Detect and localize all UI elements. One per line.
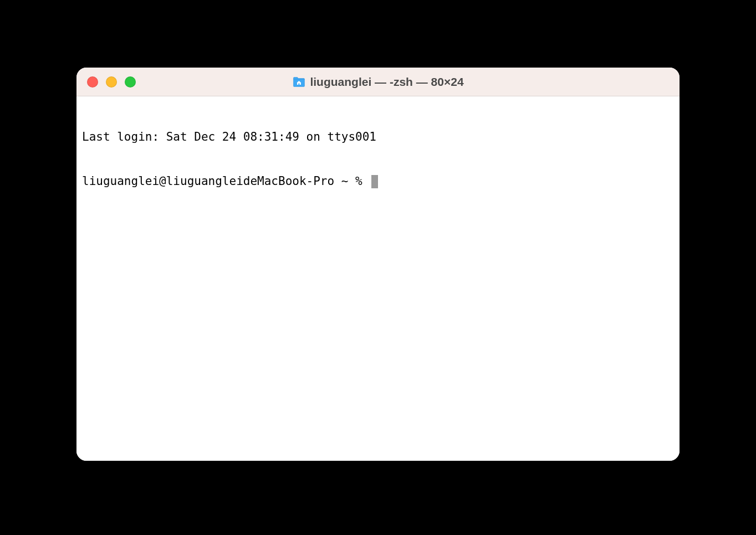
title-container: liuguanglei — -zsh — 80×24 — [292, 75, 463, 89]
prompt-text: liuguanglei@liuguangleideMacBook-Pro ~ % — [82, 174, 369, 189]
last-login-line: Last login: Sat Dec 24 08:31:49 on ttys0… — [82, 130, 674, 145]
minimize-button[interactable] — [106, 76, 117, 88]
close-button[interactable] — [87, 76, 98, 88]
titlebar[interactable]: liuguanglei — -zsh — 80×24 — [76, 68, 680, 96]
window-title: liuguanglei — -zsh — 80×24 — [310, 75, 463, 89]
traffic-lights — [87, 76, 136, 88]
cursor — [371, 175, 378, 188]
terminal-body[interactable]: Last login: Sat Dec 24 08:31:49 on ttys0… — [76, 96, 680, 461]
prompt-line: liuguanglei@liuguangleideMacBook-Pro ~ % — [82, 174, 674, 189]
zoom-button[interactable] — [125, 76, 136, 88]
home-folder-icon — [292, 76, 305, 88]
terminal-window: liuguanglei — -zsh — 80×24 Last login: S… — [76, 68, 680, 461]
